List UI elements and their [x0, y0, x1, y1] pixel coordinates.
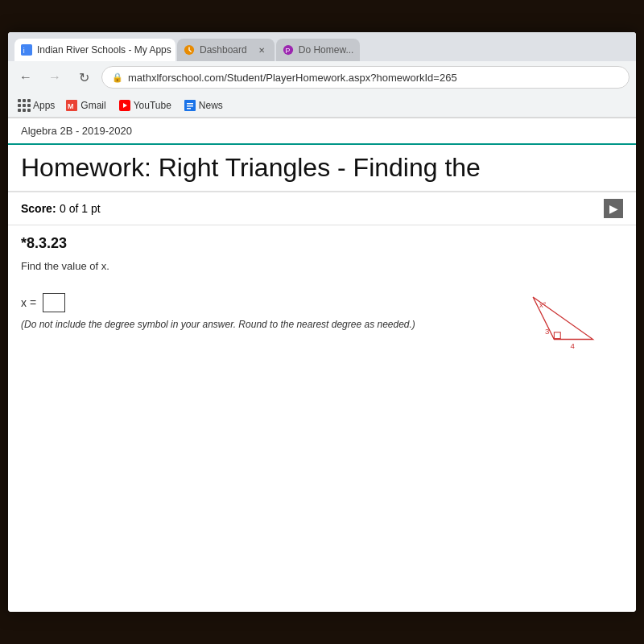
lock-icon: 🔒	[112, 72, 123, 83]
svg-text:M: M	[68, 102, 74, 110]
bookmark-news[interactable]: News	[180, 98, 228, 113]
bookmarks-bar: Apps M Gmail YouTube	[8, 93, 636, 118]
apps-grid-icon	[18, 99, 31, 112]
omnibar-row: ← → ↻ 🔒 mathxlforschool.com/Student/Play…	[8, 61, 636, 93]
news-icon	[184, 100, 196, 111]
svg-rect-12	[187, 108, 191, 109]
tab-label-1: Indian River Schools - My Apps	[37, 44, 171, 56]
answer-area: x = (Do not include the degree symbol in…	[21, 285, 478, 330]
x-equals-row: x =	[21, 293, 478, 312]
bookmark-youtube[interactable]: YouTube	[114, 98, 176, 113]
bookmark-gmail[interactable]: M Gmail	[61, 98, 110, 113]
course-label: Algebra 2B - 2019-2020	[21, 125, 132, 137]
apps-label: Apps	[33, 100, 55, 111]
tab-indian-river[interactable]: i Indian River Schools - My Apps ✕	[14, 39, 175, 61]
score-display: Score: 0 of 1 pt	[21, 201, 101, 216]
tab-bar: i Indian River Schools - My Apps ✕ Dashb…	[8, 32, 636, 61]
bookmark-news-label: News	[199, 100, 223, 111]
youtube-icon	[119, 100, 130, 111]
forward-button[interactable]: →	[43, 66, 66, 89]
score-label: Score:	[21, 202, 56, 215]
answer-note: (Do not include the degree symbol in you…	[21, 319, 478, 330]
reload-button[interactable]: ↻	[72, 66, 95, 89]
homework-title: Homework: Right Triangles - Finding the	[21, 153, 623, 183]
homework-title-bar: Homework: Right Triangles - Finding the	[8, 145, 636, 192]
tab-close-2[interactable]: ✕	[255, 43, 268, 56]
browser-window: i Indian River Schools - My Apps ✕ Dashb…	[8, 32, 636, 612]
gmail-icon: M	[66, 100, 77, 111]
problem-instruction: Find the value of x.	[21, 260, 623, 272]
triangle-svg: x° 3 4	[494, 285, 607, 365]
bookmark-youtube-label: YouTube	[134, 100, 171, 111]
answer-input[interactable]	[43, 293, 65, 312]
svg-text:i: i	[23, 47, 25, 55]
svg-rect-10	[187, 103, 193, 105]
svg-text:x°: x°	[539, 300, 547, 309]
tab-label-3: Do Homew...	[299, 44, 354, 56]
next-problem-arrow[interactable]: ▶	[604, 199, 623, 218]
problem-section: *8.3.23 Find the value of x. x = (Do not…	[8, 225, 636, 378]
tab-label-2: Dashboard	[200, 44, 247, 56]
bookmark-gmail-label: Gmail	[80, 100, 105, 111]
back-button[interactable]: ←	[14, 66, 37, 89]
course-header: Algebra 2B - 2019-2020	[8, 118, 636, 145]
score-bar: Score: 0 of 1 pt ▶	[8, 192, 636, 225]
problem-number: *8.3.23	[21, 235, 623, 252]
triangle-diagram: x° 3 4	[494, 285, 623, 369]
tab-favicon-1: i	[21, 44, 32, 56]
svg-text:3: 3	[545, 327, 549, 336]
svg-rect-11	[187, 105, 193, 107]
problem-area: x = (Do not include the degree symbol in…	[21, 285, 623, 369]
page-content: Algebra 2B - 2019-2020 Homework: Right T…	[8, 118, 636, 612]
tab-favicon-3: P	[283, 44, 294, 56]
svg-text:4: 4	[571, 341, 576, 350]
url-text: mathxlforschool.com/Student/PlayerHomewo…	[128, 72, 457, 84]
address-bar[interactable]: 🔒 mathxlforschool.com/Student/PlayerHome…	[101, 66, 630, 89]
tab-favicon-2	[184, 44, 195, 56]
tab-do-homework[interactable]: P Do Homew...	[276, 39, 361, 61]
tab-dashboard[interactable]: Dashboard ✕	[177, 39, 275, 61]
svg-text:P: P	[285, 47, 290, 55]
x-equals-label: x =	[21, 296, 36, 309]
apps-button[interactable]: Apps	[14, 97, 58, 114]
browser-chrome: i Indian River Schools - My Apps ✕ Dashb…	[8, 32, 636, 118]
score-value: 0 of 1 pt	[60, 202, 101, 215]
